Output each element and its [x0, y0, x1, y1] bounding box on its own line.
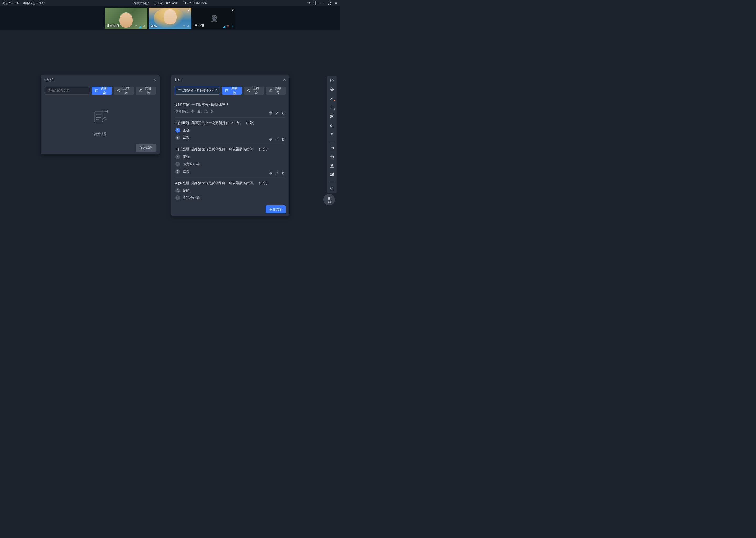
close-icon[interactable]: ✕ [153, 78, 157, 82]
option-label: 不完全正确 [183, 162, 200, 167]
settings-icon[interactable] [313, 1, 318, 5]
question-item: 2 [判断题] 我国宪法上一次更新是在2020年。 （2分）A正确B错误 [175, 118, 285, 144]
camera-off-icon [209, 13, 219, 24]
panel-title: 测验 [174, 77, 181, 82]
tool-bell[interactable] [328, 186, 336, 191]
empty-state: 暂无试题 [45, 99, 155, 139]
empty-text: 暂无试题 [45, 132, 155, 136]
delete-icon[interactable] [281, 111, 285, 115]
tool-pointer[interactable] [328, 78, 336, 83]
class-title: 神秘大自然 [134, 1, 149, 6]
quiz-panel-empty: ‹ 测验 ✕ 判断题 选择题 简答题 暂无试题 [41, 75, 160, 154]
svg-point-24 [330, 117, 331, 118]
question-title: 1 [简答题] 一年四季分别是哪四季？ [175, 102, 285, 107]
svg-rect-4 [144, 25, 145, 27]
hand-raise-button[interactable]: 0/2 [323, 194, 335, 205]
video-tile-student[interactable]: ✕ 王小明 [193, 8, 235, 29]
empty-quiz-icon [90, 107, 111, 128]
question-actions [269, 137, 285, 141]
option-label: 正确 [183, 154, 190, 159]
add-short-button[interactable]: 简答题 [136, 87, 156, 94]
video-close-icon[interactable]: ✕ [231, 9, 234, 12]
tool-text[interactable] [328, 105, 336, 110]
question-item: 1 [简答题] 一年四季分别是哪四季？参考答案：春、夏、秋、冬 [175, 99, 285, 118]
svg-rect-7 [188, 25, 189, 27]
question-actions [269, 111, 285, 115]
question-item: 3 [单选题] 施华洛世奇是反华品牌，所以梁鼎琪反华。 （2分）A正确B不完全正… [175, 144, 285, 178]
svg-rect-20 [226, 89, 228, 92]
short-icon [139, 89, 143, 92]
svg-point-23 [330, 115, 331, 116]
close-icon[interactable] [334, 1, 338, 5]
mic-icon [231, 25, 234, 28]
judge-icon [95, 89, 98, 92]
edit-icon[interactable] [275, 111, 279, 115]
delete-icon[interactable] [281, 137, 285, 141]
option-label: 不完全正确 [183, 195, 200, 200]
add-judge-button[interactable]: 判断题 [222, 87, 242, 94]
svg-point-19 [106, 111, 106, 112]
short-icon [269, 89, 272, 92]
option-bullet: C [175, 169, 180, 174]
tool-folder[interactable] [328, 145, 336, 150]
volume-bars-icon [223, 26, 225, 28]
move-icon[interactable] [269, 171, 272, 175]
question-item: 4 [多选题] 施华洛世奇是反华品牌，所以梁鼎琪反华。 （2分）A是的B不完全正… [175, 178, 285, 203]
question-title: 4 [多选题] 施华洛世奇是反华品牌，所以梁鼎琪反华。 （2分） [175, 181, 285, 186]
back-icon[interactable]: ‹ [44, 78, 45, 82]
question-title: 3 [单选题] 施华洛世奇是反华品牌，所以梁鼎琪反华。 （2分） [175, 146, 285, 152]
hand-icon [327, 196, 331, 200]
judge-icon [225, 89, 229, 92]
add-choice-button[interactable]: 选择题 [114, 87, 134, 94]
tool-chat[interactable] [328, 172, 336, 177]
option-label: 正确 [183, 128, 190, 133]
move-icon[interactable] [269, 137, 272, 141]
edit-icon[interactable] [275, 171, 279, 175]
close-icon[interactable]: ✕ [283, 78, 286, 82]
fullscreen-icon[interactable] [327, 1, 331, 5]
video-tile-teacher[interactable]: 叮当老师 [105, 8, 147, 29]
panel-title: 测验 [47, 77, 54, 82]
option-row[interactable]: A正确 [175, 154, 285, 159]
question-actions [269, 171, 285, 175]
option-row[interactable]: A正确 [175, 128, 285, 133]
tool-move[interactable] [328, 87, 336, 92]
mic-icon [187, 25, 190, 28]
svg-point-1 [315, 3, 316, 4]
tool-pencil[interactable] [328, 96, 336, 101]
option-label: 错误 [183, 169, 190, 174]
svg-point-8 [212, 15, 216, 20]
choice-icon [247, 89, 251, 92]
option-row[interactable]: A是的 [175, 188, 285, 193]
camera-toggle-icon[interactable] [307, 1, 311, 5]
delete-icon[interactable] [281, 171, 285, 175]
video-close-icon[interactable]: ✕ [187, 9, 190, 12]
tool-toolbox[interactable] [328, 154, 336, 159]
tool-scissors[interactable] [328, 114, 336, 119]
save-quiz-button[interactable]: 保存试卷 [266, 205, 286, 213]
quiz-name-input[interactable] [45, 87, 90, 94]
option-bullet: A [175, 154, 180, 159]
top-status-bar: 丢包率：0% 网络状态：良好 神秘大自然 已上课：02:34:09 ID：202… [0, 0, 340, 6]
tool-laser[interactable] [328, 131, 336, 136]
option-bullet: B [175, 195, 180, 200]
video-tile-student[interactable]: ✕ Nina [149, 8, 191, 29]
add-judge-button[interactable]: 判断题 [92, 87, 112, 94]
class-id: ID：2020070324 [183, 1, 207, 6]
minimize-icon[interactable] [320, 1, 324, 5]
edit-icon[interactable] [275, 137, 279, 141]
add-choice-button[interactable]: 选择题 [244, 87, 263, 94]
add-short-button[interactable]: 简答题 [266, 87, 286, 94]
option-bullet: B [175, 162, 180, 167]
question-list: 1 [简答题] 一年四季分别是哪四季？参考答案：春、夏、秋、冬 2 [判断题] … [171, 97, 289, 203]
tool-eraser[interactable] [328, 123, 336, 128]
tool-dock [327, 76, 337, 193]
option-bullet: A [175, 128, 180, 133]
tool-user[interactable] [328, 163, 336, 168]
move-icon[interactable] [269, 111, 272, 115]
target-icon [182, 25, 186, 28]
option-row[interactable]: B不完全正确 [175, 195, 285, 200]
save-quiz-button[interactable]: 保存试卷 [136, 144, 156, 152]
option-row[interactable]: B不完全正确 [175, 162, 285, 167]
quiz-name-input[interactable] [175, 87, 220, 94]
